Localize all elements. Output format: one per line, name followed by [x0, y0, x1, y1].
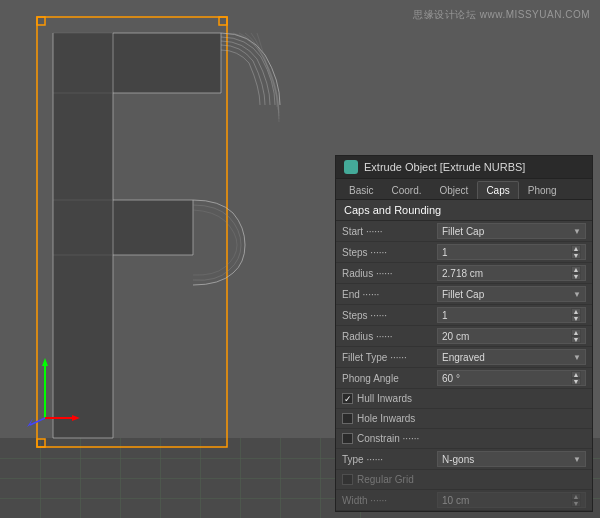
spinner-down-start_radius[interactable]: ▼: [571, 273, 581, 280]
number-field-width[interactable]: 10 cm▲▼: [437, 492, 586, 508]
svg-marker-17: [42, 358, 48, 366]
prop-value-end_steps: 1▲▼: [437, 307, 586, 323]
number-field-end_steps[interactable]: 1▲▼: [437, 307, 586, 323]
checkbox-hole_inwards[interactable]: [342, 413, 353, 424]
svg-line-20: [30, 418, 45, 425]
label-text-start_radius: Radius ······: [342, 268, 393, 279]
prop-label-end_steps: Steps ······: [342, 310, 437, 321]
spinner-down-phong_angle[interactable]: ▼: [571, 378, 581, 385]
label-text-phong_angle: Phong Angle: [342, 373, 399, 384]
number-field-start_radius[interactable]: 2.718 cm▲▼: [437, 265, 586, 281]
spinner-up-start_steps[interactable]: ▲: [571, 245, 581, 252]
label-text-end: End ······: [342, 289, 379, 300]
label-text-type: Type ······: [342, 454, 383, 465]
spinner-end_radius: ▲▼: [571, 329, 581, 343]
prop-row-end_radius: Radius ······20 cm▲▼: [336, 326, 592, 347]
spinner-up-end_steps[interactable]: ▲: [571, 308, 581, 315]
svg-rect-3: [53, 200, 193, 255]
dropdown-start[interactable]: Fillet Cap▼: [437, 223, 586, 239]
prop-label-type: Type ······: [342, 454, 437, 465]
prop-label-fillet_type: Fillet Type ······: [342, 352, 437, 363]
checkbox-hull_inwards[interactable]: [342, 393, 353, 404]
section-header: Caps and Rounding: [336, 200, 592, 221]
prop-value-end: Fillet Cap▼: [437, 286, 586, 302]
dropdown-arrow-end: ▼: [573, 290, 581, 299]
label-text-start_steps: Steps ······: [342, 247, 387, 258]
spinner-up-end_radius[interactable]: ▲: [571, 329, 581, 336]
spinner-end_steps: ▲▼: [571, 308, 581, 322]
tab-object[interactable]: Object: [430, 181, 477, 199]
prop-row-hole_inwards: Hole Inwards: [336, 409, 592, 429]
label-text-end_radius: Radius ······: [342, 331, 393, 342]
prop-label-end_radius: Radius ······: [342, 331, 437, 342]
spinner-up-start_radius[interactable]: ▲: [571, 266, 581, 273]
prop-value-type: N-gons▼: [437, 451, 586, 467]
prop-value-start_steps: 1▲▼: [437, 244, 586, 260]
prop-label-phong_angle: Phong Angle: [342, 373, 437, 384]
prop-value-start_radius: 2.718 cm▲▼: [437, 265, 586, 281]
panel-title: Extrude Object [Extrude NURBS]: [336, 156, 592, 179]
label-text-hull_inwards: Hull Inwards: [357, 393, 412, 404]
tab-caps[interactable]: Caps: [477, 181, 518, 199]
prop-row-start_steps: Steps ······1▲▼: [336, 242, 592, 263]
spinner-width: ▲▼: [571, 493, 581, 507]
prop-row-regular_grid: Regular Grid: [336, 470, 592, 490]
prop-row-width: Width ······10 cm▲▼: [336, 490, 592, 511]
label-text-width: Width ······: [342, 495, 387, 506]
spinner-down-start_steps[interactable]: ▼: [571, 252, 581, 259]
spinner-down-width[interactable]: ▼: [571, 500, 581, 507]
label-text-hole_inwards: Hole Inwards: [357, 413, 415, 424]
prop-row-constrain: Constrain ······: [336, 429, 592, 449]
prop-label-constrain: Constrain ······: [342, 433, 437, 444]
spinner-down-end_steps[interactable]: ▼: [571, 315, 581, 322]
prop-label-hull_inwards: Hull Inwards: [342, 393, 437, 404]
checkbox-constrain[interactable]: [342, 433, 353, 444]
label-text-start: Start ······: [342, 226, 383, 237]
number-field-start_steps[interactable]: 1▲▼: [437, 244, 586, 260]
dropdown-end[interactable]: Fillet Cap▼: [437, 286, 586, 302]
dropdown-arrow-fillet_type: ▼: [573, 353, 581, 362]
prop-label-start_radius: Radius ······: [342, 268, 437, 279]
panel-title-text: Extrude Object [Extrude NURBS]: [364, 161, 525, 173]
svg-rect-14: [219, 17, 227, 25]
prop-row-end_steps: Steps ······1▲▼: [336, 305, 592, 326]
watermark: 思缘设计论坛 www.MISSYUAN.COM: [413, 8, 590, 22]
spinner-up-width[interactable]: ▲: [571, 493, 581, 500]
tab-phong[interactable]: Phong: [519, 181, 566, 199]
number-field-phong_angle[interactable]: 60 °▲▼: [437, 370, 586, 386]
axis-indicator: [25, 353, 80, 428]
prop-value-start: Fillet Cap▼: [437, 223, 586, 239]
svg-marker-21: [27, 418, 33, 427]
prop-row-phong_angle: Phong Angle60 °▲▼: [336, 368, 592, 389]
dropdown-type[interactable]: N-gons▼: [437, 451, 586, 467]
dropdown-fillet_type[interactable]: Engraved▼: [437, 349, 586, 365]
prop-label-regular_grid: Regular Grid: [342, 474, 437, 485]
prop-label-start_steps: Steps ······: [342, 247, 437, 258]
prop-label-start: Start ······: [342, 226, 437, 237]
spinner-phong_angle: ▲▼: [571, 371, 581, 385]
spinner-start_steps: ▲▼: [571, 245, 581, 259]
tab-basic[interactable]: Basic: [340, 181, 382, 199]
viewport: 思缘设计论坛 www.MISSYUAN.COM Extrude Object […: [0, 0, 600, 518]
extrude-icon: [344, 160, 358, 174]
svg-rect-13: [37, 17, 45, 25]
checkbox-regular_grid[interactable]: [342, 474, 353, 485]
prop-row-type: Type ······N-gons▼: [336, 449, 592, 470]
property-rows: Start ······Fillet Cap▼Steps ······1▲▼Ra…: [336, 221, 592, 511]
spinner-up-phong_angle[interactable]: ▲: [571, 371, 581, 378]
prop-value-width: 10 cm▲▼: [437, 492, 586, 508]
prop-row-fillet_type: Fillet Type ······Engraved▼: [336, 347, 592, 368]
properties-panel: Extrude Object [Extrude NURBS] Basic Coo…: [335, 155, 593, 512]
label-text-regular_grid: Regular Grid: [357, 474, 414, 485]
number-field-end_radius[interactable]: 20 cm▲▼: [437, 328, 586, 344]
spinner-down-end_radius[interactable]: ▼: [571, 336, 581, 343]
label-text-constrain: Constrain ······: [357, 433, 419, 444]
prop-value-end_radius: 20 cm▲▼: [437, 328, 586, 344]
svg-marker-19: [72, 415, 80, 421]
tab-coord[interactable]: Coord.: [382, 181, 430, 199]
label-text-end_steps: Steps ······: [342, 310, 387, 321]
svg-rect-15: [37, 439, 45, 447]
prop-row-start_radius: Radius ······2.718 cm▲▼: [336, 263, 592, 284]
dropdown-arrow-start: ▼: [573, 227, 581, 236]
prop-value-fillet_type: Engraved▼: [437, 349, 586, 365]
